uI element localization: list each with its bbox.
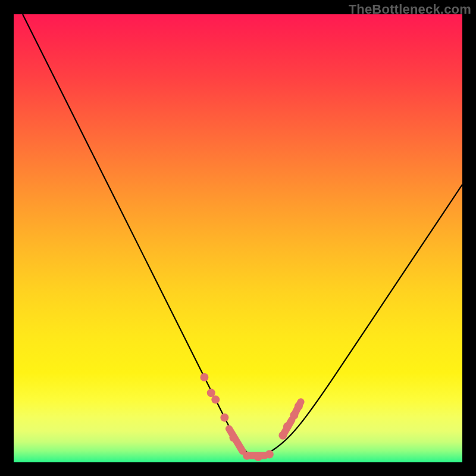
scatter-point xyxy=(278,431,287,440)
scatter-point xyxy=(207,389,215,397)
scatter-point xyxy=(220,414,228,422)
scatter-segment xyxy=(283,419,292,435)
scatter-point xyxy=(229,434,237,442)
scatter-segment xyxy=(229,429,243,452)
scatter-point xyxy=(283,422,292,431)
watermark-text: TheBottleneck.com xyxy=(349,2,471,17)
scatter-point xyxy=(290,411,298,419)
scatter-segments xyxy=(229,402,301,455)
chart-svg xyxy=(14,14,462,462)
scatter-segment xyxy=(294,402,300,415)
scatter-point xyxy=(211,396,220,404)
chart-plot-area xyxy=(14,14,462,462)
scatter-point xyxy=(200,373,208,381)
chart-frame: TheBottleneck.com xyxy=(0,0,476,476)
scatter-point xyxy=(265,450,274,458)
scatter-point xyxy=(243,452,251,460)
scatter-point xyxy=(295,402,303,411)
scatter-points xyxy=(200,373,302,461)
scatter-point xyxy=(254,453,262,461)
bottleneck-curve xyxy=(23,14,462,457)
